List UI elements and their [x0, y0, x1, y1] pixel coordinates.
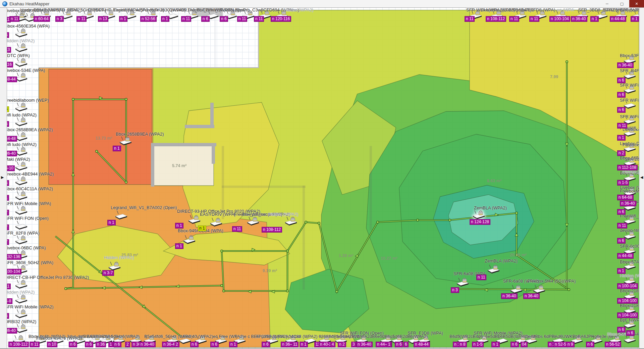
ssid-label: SFR_82F8 (WPA): [5, 231, 40, 236]
channel-badge: n 56-52: [605, 342, 621, 347]
right-panel-collapsed[interactable]: ◀: [639, 7, 644, 348]
ssid-label: Hidden (WPA2): [283, 7, 313, 12]
access-point-locked-icon[interactable]: [15, 58, 28, 68]
ssid-label: SFR_3608_5GHZ (WPA): [5, 260, 53, 265]
access-point-locked-icon[interactable]: [15, 235, 28, 246]
channel-badge: n 6: [395, 342, 403, 347]
expand-right-panel-icon[interactable]: ◀: [640, 175, 643, 180]
room-area-label: 1.28 m²: [339, 253, 353, 258]
access-point-locked-icon[interactable]: [15, 161, 28, 172]
channel-badge: n 36-40: [617, 62, 634, 68]
channel-badge: n 6: [586, 342, 594, 347]
access-point-locked-icon[interactable]: [15, 102, 28, 113]
channel-badge: n 1: [113, 146, 121, 151]
ssid-label: wifi ludo (WPA2): [5, 112, 37, 117]
channel-badge: n 124-128: [470, 219, 490, 225]
channel-badge: n 6: [617, 92, 626, 98]
channel-badge: n 1: [175, 223, 183, 229]
access-point-open-icon[interactable]: [15, 220, 28, 231]
channel-badge: n 1-5: [617, 180, 629, 186]
ssid-label: SFR WiFi Mobile (WPA): [5, 201, 51, 206]
channel-badge: n 48-44: [414, 342, 430, 347]
access-point-locked-icon[interactable]: [210, 217, 223, 228]
ssid-label: DIRECT-CB-HP OfficeJet Pro 8730 (WPA2): [5, 275, 89, 280]
ssid-label: Livebox-534E (WPA): [5, 8, 45, 13]
channel-badge: n 11: [237, 16, 247, 22]
channel-badge: n 52-56: [140, 16, 157, 22]
room-area-label: 5.74 m²: [172, 163, 186, 168]
access-point-open-icon[interactable]: [115, 210, 128, 221]
channel-badge: n 6: [113, 342, 121, 347]
channel-badge: n 1: [631, 16, 639, 22]
expand-left-panel-icon[interactable]: ▶: [1, 175, 4, 180]
ssid-label: Bbox-57A4: [620, 259, 641, 264]
ssid-label: SFR_B4F8: [620, 68, 641, 73]
channel-badge: n 6: [210, 342, 219, 347]
channel-badge: n 6: [262, 342, 270, 347]
access-point-locked-icon[interactable]: [15, 28, 28, 39]
heatmap-canvas[interactable]: n 11n 60-64n 3n 11n 13n 1n 52-56n 1n 11n…: [0, 7, 644, 349]
channel-badge: 4: [330, 342, 335, 347]
app-logo-icon: [2, 1, 7, 6]
channel-badge: n 6: [617, 107, 626, 113]
room-area-label: 10.27 m²: [381, 256, 397, 261]
minimize-button[interactable]: ─: [600, 0, 614, 7]
ssid-label: Hidden (WPA2): [5, 38, 35, 43]
access-point-locked-icon[interactable]: [119, 136, 132, 147]
channel-badge: n 36-40: [356, 342, 373, 347]
ssid-label: Bbox-2186: [620, 303, 641, 308]
ssid-label: Bbox-53F4: [620, 53, 641, 58]
access-point-locked-icon[interactable]: [188, 215, 201, 226]
access-point-locked-icon[interactable]: [15, 191, 28, 202]
channel-badge: n 36-40: [620, 201, 636, 206]
channel-badge: n 8: [459, 342, 467, 347]
access-point-locked-icon[interactable]: [15, 309, 28, 320]
room-area-label: 20.06 m²: [510, 253, 527, 257]
channel-badge: n 6: [617, 209, 626, 215]
access-point-locked-icon[interactable]: [15, 294, 28, 305]
channel-badge: n 108-112: [486, 16, 506, 22]
channel-badge: n 36-40: [501, 293, 518, 299]
close-button[interactable]: ✕: [629, 0, 644, 7]
channel-badge: n 1: [617, 135, 626, 141]
channel-badge: n 11: [617, 223, 627, 229]
channel-badge: n 36: [96, 342, 106, 347]
channel-badge: n 3: [55, 16, 64, 22]
channel-badge: n 6: [69, 342, 77, 347]
ssid-label: SFR-0c00_: [620, 244, 642, 249]
access-point-locked-icon[interactable]: [247, 216, 260, 227]
channel-badge: n 9: [566, 342, 575, 347]
ssid-label: EASYDRIV_5GHz6(WPA2): [87, 334, 140, 339]
channel-badge: n 1-5: [472, 342, 484, 347]
channel-badge: n 2: [617, 150, 626, 156]
access-point-locked-icon[interactable]: [15, 206, 28, 216]
ssid-label: 30e stBbs 6dPBAd6UWKBbBA6JPHg6e3e (6PA: [523, 334, 617, 339]
ssid-label: Legrand_Wifi_V1_B7A002 (Open): [111, 205, 177, 210]
access-point-locked-icon[interactable]: [15, 176, 28, 187]
access-point-locked-icon[interactable]: [487, 264, 500, 275]
channel-badge: n 6: [190, 342, 199, 347]
channel-badge: n 1: [617, 268, 626, 274]
channel-badge: 2: [125, 342, 130, 347]
channel-badge: n 1: [198, 226, 206, 231]
channel-badge: n 6: [85, 342, 93, 347]
channel-badge: n 60-64: [34, 16, 50, 22]
access-point-locked-icon[interactable]: [284, 216, 298, 227]
channel-badge: n 1: [590, 16, 599, 22]
channel-badge: n 10: [47, 342, 57, 347]
access-point-locked-icon[interactable]: [15, 117, 28, 128]
access-point-locked-icon[interactable]: [456, 278, 470, 288]
access-point-locked-icon[interactable]: [15, 43, 28, 54]
channel-badge: n 6: [617, 78, 626, 83]
left-panel-collapsed[interactable]: ▶: [0, 7, 7, 348]
channel-badge: n 11: [529, 16, 539, 22]
ssid-label: P16B4R(9FD8 (WPA): [513, 7, 555, 12]
access-point-locked-icon[interactable]: [15, 280, 28, 290]
maximize-button[interactable]: ▢: [614, 0, 629, 7]
channel-badge: n 1: [107, 220, 116, 226]
channel-badge: n 11: [30, 342, 40, 347]
ssid-label: Freebox-49476 (WPA2): [36, 336, 82, 341]
access-point-locked-icon[interactable]: [183, 235, 196, 246]
channel-badge: n 36-40: [139, 342, 156, 347]
ssid-label: Bbox-2658B9EA (WPA2): [5, 127, 53, 132]
